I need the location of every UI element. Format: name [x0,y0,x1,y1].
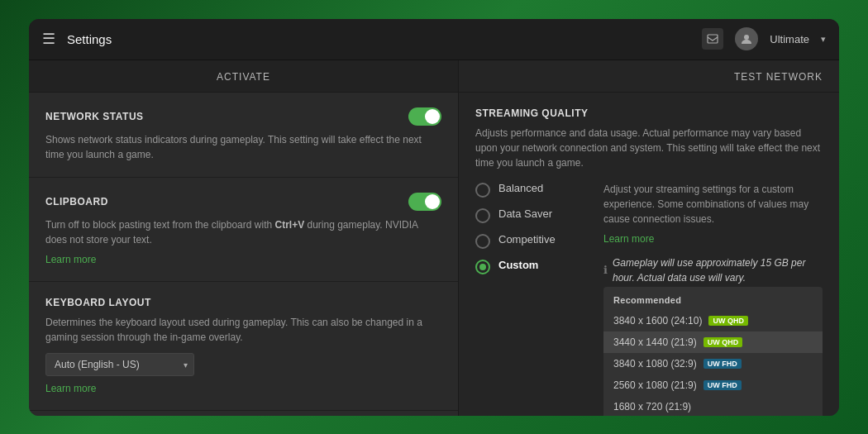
radio-balanced[interactable] [475,183,490,198]
radio-data-saver-row: Data Saver [475,207,595,223]
dropdown-option-0[interactable]: 3840 x 1600 (24:10) UW QHD [603,310,823,331]
app-container: ☰ Settings Ultimate ▾ ACTIVATE [29,19,839,416]
radio-custom-label: Custom [498,259,595,271]
radio-competitive[interactable] [475,234,490,249]
user-avatar [735,27,758,50]
network-status-header: NETWORK STATUS [45,107,441,126]
radio-data-saver[interactable] [475,208,490,223]
top-bar: ☰ Settings Ultimate ▾ [29,19,839,60]
streaming-quality-intro: Adjusts performance and data usage. Actu… [475,126,823,170]
radio-desc-col: Adjust your streaming settings for a cus… [595,182,823,416]
radio-balanced-row: Balanced [475,182,595,198]
network-status-toggle[interactable] [408,107,441,126]
radio-options-col: Balanced Data Saver Competitive [475,182,595,416]
dropdown-option-2[interactable]: 3840 x 1080 (32:9) UW FHD [603,353,823,374]
dropdown-option-text-4: 1680 x 720 (21:9) [613,401,691,413]
content-area: ACTIVATE NETWORK STATUS Shows network st… [29,60,839,416]
clipboard-label: CLIPBOARD [45,196,108,207]
dropdown-badge-3: UW FHD [703,380,742,390]
dropdown-option-text-0: 3840 x 1600 (24:10) [613,315,702,327]
dropdown-option-text-2: 3840 x 1080 (32:9) [613,358,697,370]
dropdown-badge-0: UW QHD [708,316,748,326]
dropdown-panel-wrap: Recommended 3840 x 1600 (24:10) UW QHD 3… [603,287,823,416]
top-bar-right: Ultimate ▾ [702,27,826,50]
keyboard-layout-header: KEYBOARD LAYOUT [45,297,441,308]
clipboard-desc: Turn off to block pasting text from the … [45,217,441,247]
clipboard-learn-more[interactable]: Learn more [45,254,96,265]
network-status-section: NETWORK STATUS Shows network status indi… [29,93,458,178]
keyboard-layout-desc: Determines the keyboard layout used duri… [45,315,441,345]
dropdown-option-1[interactable]: 3440 x 1440 (21:9) UW QHD [603,331,823,353]
network-status-label: NETWORK STATUS [45,111,144,122]
clipboard-section: CLIPBOARD Turn off to block pasting text… [29,178,458,282]
streaming-quality-title: STREAMING QUALITY [475,107,823,119]
keyboard-layout-select-wrap: Auto (English - US) English - US English… [45,353,194,376]
user-dropdown-arrow[interactable]: ▾ [821,34,826,45]
test-network-bar: TEST NETWORK [459,60,839,93]
network-status-desc: Shows network status indicators during g… [45,132,441,162]
gameplay-note: Gameplay will use approximately 15 GB pe… [613,255,823,285]
notification-icon[interactable] [702,28,723,50]
user-name: Ultimate [770,33,809,45]
streaming-learn-more[interactable]: Learn more [603,233,654,245]
balanced-desc: Adjust your streaming settings for a cus… [603,182,823,227]
dropdown-option-text-3: 2560 x 1080 (21:9) [613,379,697,391]
svg-point-1 [744,35,749,40]
test-network-label[interactable]: TEST NETWORK [734,71,823,83]
balanced-desc-block: Adjust your streaming settings for a cus… [603,182,823,246]
dropdown-header: Recommended [603,292,823,310]
svg-rect-0 [708,35,718,43]
clipboard-header: CLIPBOARD [45,193,441,211]
keyboard-layout-section: KEYBOARD LAYOUT Determines the keyboard … [29,282,458,411]
dropdown-option-text-1: 3440 x 1440 (21:9) [613,336,697,348]
activate-label: ACTIVATE [217,71,270,83]
keyboard-layout-label: KEYBOARD LAYOUT [45,297,151,308]
radio-custom-row: Custom [475,259,595,274]
dropdown-badge-2: UW FHD [703,359,742,369]
streaming-quality-section: STREAMING QUALITY Adjusts performance an… [459,93,839,416]
dropdown-option-4[interactable]: 1680 x 720 (21:9) [603,396,823,416]
resolution-dropdown: Recommended 3840 x 1600 (24:10) UW QHD 3… [603,287,823,416]
clipboard-toggle[interactable] [408,193,441,211]
radio-and-desc: Balanced Data Saver Competitive [475,182,823,416]
activate-bar: ACTIVATE [29,60,458,93]
left-panel: ACTIVATE NETWORK STATUS Shows network st… [29,60,459,416]
keyboard-layout-learn-more[interactable]: Learn more [45,383,96,394]
radio-data-saver-label: Data Saver [498,207,595,220]
radio-custom[interactable] [475,260,490,274]
data-saver-desc-block: ℹ Gameplay will use approximately 15 GB … [603,255,823,277]
radio-competitive-label: Competitive [498,233,595,246]
page-title: Settings [67,32,702,46]
dropdown-badge-1: UW QHD [703,337,743,347]
dropdown-option-3[interactable]: 2560 x 1080 (21:9) UW FHD [603,374,823,396]
radio-competitive-row: Competitive [475,233,595,249]
keyboard-layout-select[interactable]: Auto (English - US) English - US English… [45,353,194,376]
menu-icon[interactable]: ☰ [42,30,55,48]
right-panel: TEST NETWORK STREAMING QUALITY Adjusts p… [459,60,839,416]
radio-balanced-label: Balanced [498,182,595,194]
